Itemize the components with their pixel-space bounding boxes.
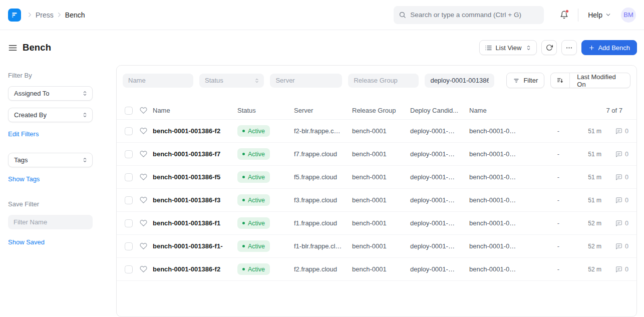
list-view-button[interactable]: List View <box>479 40 537 55</box>
favorite-icon[interactable] <box>140 196 148 204</box>
server-filter-input[interactable] <box>270 74 342 88</box>
favorite-icon[interactable] <box>140 265 148 273</box>
header-name2[interactable]: Name <box>469 107 529 114</box>
modified-time: 51 m <box>568 174 601 181</box>
modified-time: 51 m <box>568 151 601 158</box>
table-row[interactable]: bench-0001-001386-f5 Active f5.frappe.cl… <box>117 166 636 189</box>
row-checkbox[interactable] <box>125 219 133 227</box>
status-dot-icon <box>242 176 245 178</box>
row-checkbox[interactable] <box>125 242 133 250</box>
row-checkbox[interactable] <box>125 150 133 158</box>
bench-name: bench-0001-001386-f3 <box>153 196 237 204</box>
app: Press Bench Help <box>0 0 644 317</box>
notifications-button[interactable] <box>560 11 568 19</box>
filter-row: Status Filter <box>117 66 636 88</box>
sort-direction-button[interactable] <box>551 73 569 88</box>
comment-count: 0 <box>625 220 628 227</box>
modified-time: 52 m <box>568 243 601 250</box>
favorite-icon[interactable] <box>140 242 148 250</box>
sidebar-toggle-button[interactable] <box>8 43 18 53</box>
status-label: Active <box>248 243 265 250</box>
status-label: Active <box>248 197 265 204</box>
empty-cell: - <box>548 173 568 181</box>
filter-lines-icon <box>513 77 520 84</box>
comments-cell[interactable]: 0 <box>601 266 628 273</box>
add-bench-button[interactable]: Add Bench <box>581 40 637 55</box>
table-row[interactable]: bench-0001-001386-f1- Active f1-blr.frap… <box>117 235 636 258</box>
help-label: Help <box>588 11 602 19</box>
status-badge: Active <box>237 263 270 275</box>
avatar-initials: BM <box>623 11 633 19</box>
favorite-icon[interactable] <box>140 150 148 158</box>
table-row[interactable]: bench-0001-001386-f2 Active f2-blr.frapp… <box>117 120 636 143</box>
show-saved-link[interactable]: Show Saved <box>8 238 45 246</box>
header-status[interactable]: Status <box>237 107 294 114</box>
breadcrumb-press[interactable]: Press <box>36 11 54 19</box>
main: Status Filter <box>116 65 644 317</box>
comments-cell[interactable]: 0 <box>601 174 628 181</box>
filter-button[interactable]: Filter <box>506 73 544 88</box>
row-checkbox[interactable] <box>125 196 133 204</box>
table-body: bench-0001-001386-f2 Active f2-blr.frapp… <box>117 120 636 316</box>
status-filter-select[interactable]: Status <box>199 74 264 88</box>
bench-name: bench-0001-001386-f2 <box>153 127 237 135</box>
server-cell: f5.frappe.cloud <box>294 173 352 181</box>
server-cell: f2.frappe.cloud <box>294 265 352 273</box>
refresh-icon <box>546 44 553 51</box>
header-deploy-candidate[interactable]: Deploy Candid... <box>410 107 469 114</box>
deploy-candidate-filter-input[interactable] <box>425 74 494 88</box>
release-group-filter-input[interactable] <box>348 74 419 88</box>
empty-cell: - <box>548 242 568 250</box>
filter-sidebar: Filter By Assigned To Created By Edit Fi… <box>0 65 116 317</box>
filter-name-input[interactable] <box>8 215 93 229</box>
header-server[interactable]: Server <box>294 107 352 114</box>
favorite-icon[interactable] <box>140 127 148 135</box>
topbar-right: Help BM <box>394 6 636 24</box>
sort-field-button[interactable]: Last Modified On <box>569 73 630 88</box>
topbar: Press Bench Help <box>0 0 644 30</box>
modified-time: 52 m <box>568 220 601 227</box>
row-checkbox[interactable] <box>125 173 133 181</box>
select-all-checkbox[interactable] <box>125 107 133 115</box>
add-bench-label: Add Bench <box>598 44 630 52</box>
help-menu[interactable]: Help <box>588 11 611 19</box>
server-cell: f7.frappe.cloud <box>294 150 352 158</box>
header-name[interactable]: Name <box>153 107 237 114</box>
comment-icon <box>615 243 622 250</box>
comment-count: 0 <box>625 174 628 181</box>
favorite-icon[interactable] <box>140 173 148 181</box>
table-row[interactable]: bench-0001-001386-f2 Active f2.frappe.cl… <box>117 258 636 281</box>
global-search[interactable] <box>394 6 544 24</box>
edit-filters-link[interactable]: Edit Filters <box>8 130 39 138</box>
row-checkbox[interactable] <box>125 127 133 135</box>
frappe-logo[interactable] <box>8 9 21 22</box>
table-row[interactable]: bench-0001-001386-f3 Active f3.frappe.cl… <box>117 189 636 212</box>
breadcrumb-bench[interactable]: Bench <box>65 11 85 19</box>
name2-cell: bench-0001-0… <box>469 265 529 273</box>
comments-cell[interactable]: 0 <box>601 128 628 135</box>
table-header: Name Status Server Release Group Deploy … <box>117 102 636 120</box>
created-by-select[interactable]: Created By <box>8 108 93 122</box>
assigned-to-select[interactable]: Assigned To <box>8 86 93 101</box>
user-avatar[interactable]: BM <box>621 8 636 23</box>
save-filter-label: Save Filter <box>8 200 108 208</box>
comments-cell[interactable]: 0 <box>601 243 628 250</box>
comments-cell[interactable]: 0 <box>601 220 628 227</box>
table-row[interactable]: bench-0001-001386-f7 Active f7.frappe.cl… <box>117 143 636 166</box>
header-release-group[interactable]: Release Group <box>352 107 410 114</box>
row-checkbox[interactable] <box>125 265 133 273</box>
show-tags-link[interactable]: Show Tags <box>8 175 40 183</box>
comments-cell[interactable]: 0 <box>601 151 628 158</box>
refresh-button[interactable] <box>541 40 557 55</box>
filter-by-label: Filter By <box>8 72 108 79</box>
tags-select[interactable]: Tags <box>8 153 93 167</box>
comments-cell[interactable]: 0 <box>601 197 628 204</box>
favorite-icon[interactable] <box>140 219 148 227</box>
search-input[interactable] <box>410 11 539 19</box>
table-row[interactable]: bench-0001-001386-f1 Active f1.frappe.cl… <box>117 212 636 235</box>
more-options-button[interactable] <box>561 40 577 55</box>
status-filter-placeholder: Status <box>205 77 223 84</box>
name-filter-input[interactable] <box>123 74 193 88</box>
modified-time: 51 m <box>568 128 601 135</box>
status-dot-icon <box>242 153 245 155</box>
